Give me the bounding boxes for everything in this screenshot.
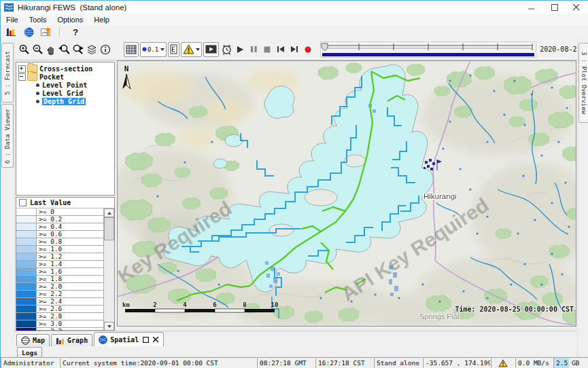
tab-label: Graph [67, 337, 88, 344]
legend-color-swatch [16, 223, 37, 230]
menu-file[interactable]: File [1, 16, 24, 24]
sidebar-tab-data-viewer[interactable]: 6 : Data Viewer [1, 104, 14, 168]
tree-item-label: Pocket [39, 73, 64, 81]
status-warning-cell[interactable] [491, 357, 515, 368]
tree-item-level-point[interactable]: Level Point [35, 81, 114, 89]
tab-close-icon[interactable] [153, 337, 159, 343]
scroll-up-button[interactable] [104, 208, 114, 217]
interval-dropdown-button[interactable]: 0.1 [140, 42, 167, 57]
scale-tick-label: 2 [153, 301, 156, 308]
menu-tools[interactable]: Tools [24, 16, 52, 24]
tab-spatial[interactable]: Spatial [94, 332, 164, 346]
timeline-slider[interactable] [320, 41, 536, 58]
play-icon[interactable] [233, 43, 247, 56]
legend-row-label: >= 0.2 [37, 216, 62, 223]
skip-end-icon[interactable] [288, 43, 301, 56]
triangle-down-icon [107, 325, 111, 328]
timeline-extent-bar [322, 53, 534, 56]
chevron-down-icon [160, 48, 165, 51]
blue-globe-icon [99, 335, 107, 344]
legend-row-label: >= 2.6 [37, 306, 62, 312]
legend-color-swatch [16, 306, 37, 312]
tab-map[interactable]: Map [16, 334, 50, 346]
tree-item-label: Level Grid [42, 90, 83, 97]
minimize-button[interactable] [521, 1, 542, 14]
interval-dot-icon [142, 47, 147, 52]
menu-help[interactable]: Help [88, 16, 115, 24]
skip-start-icon[interactable] [274, 43, 288, 56]
map-canvas[interactable]: Hikurangi Springs Flat API Key Required … [117, 60, 576, 327]
maximize-button[interactable] [544, 1, 566, 14]
profile-e-button[interactable] [168, 42, 179, 57]
legend-row-label: >= 0.8 [37, 238, 62, 245]
bottom-tab-bar: Map Graph Spatial [14, 331, 577, 346]
title-bar: Hikurangi FEWS (Stand alone) [1, 1, 588, 14]
stop-icon[interactable] [260, 43, 274, 56]
forecast-chart-icon[interactable] [39, 26, 54, 38]
legend-color-swatch [16, 298, 37, 305]
record-icon[interactable] [301, 43, 315, 56]
timer-clock-icon[interactable] [220, 43, 233, 56]
triangle-up-icon [107, 212, 111, 215]
legend-row-label: >= 1.4 [37, 261, 62, 268]
collapse-icon[interactable] [18, 73, 26, 81]
tab-maximize-icon[interactable] [143, 337, 149, 343]
globe-icon[interactable] [21, 26, 36, 38]
legend-header: Last Value [16, 198, 114, 208]
timeseries-bars-icon[interactable] [3, 26, 18, 38]
status-memory-gauge: 2.5 GB [553, 357, 588, 368]
sidebar-tab-forecast[interactable]: 5 : Forecast [1, 43, 14, 103]
legend-color-swatch [16, 261, 37, 268]
folder-open-icon [27, 73, 37, 81]
zoom-out-icon[interactable] [31, 43, 44, 56]
tree-item-depth-grid[interactable]: Depth Grid [35, 97, 114, 105]
legend-row-label: >= 0 [37, 208, 54, 215]
menu-options[interactable]: Options [52, 16, 88, 24]
pause-icon[interactable] [247, 43, 260, 56]
last-value-label: Last Value [30, 199, 71, 206]
tree-item-level-grid[interactable]: Level Grid [35, 89, 114, 97]
tree-item-label: Cross-section [39, 65, 92, 73]
legend-color-swatch [16, 291, 37, 297]
legend-body: >= 0>= 0.2>= 0.4>= 0.6>= 0.8>= 1.0>= 1.2… [16, 208, 114, 331]
legend-row-label: >= 1.8 [37, 276, 62, 282]
chevron-down-icon [196, 48, 200, 51]
help-icon[interactable]: ? [68, 26, 83, 38]
profile-e-icon [170, 44, 177, 54]
layer-tree: Cross-section Pocket Level Point Level G… [16, 62, 115, 196]
expand-icon[interactable] [18, 65, 26, 73]
info-icon[interactable] [99, 43, 112, 56]
scroll-down-button[interactable] [104, 322, 114, 331]
movie-button[interactable] [203, 42, 219, 57]
legend-row-label: >= 1.2 [37, 253, 62, 260]
zoom-next-icon[interactable] [71, 43, 85, 56]
warning-dropdown-button[interactable] [181, 42, 202, 57]
legend-row-label: >= 3.0 [37, 320, 62, 327]
legend-row-label: >= 1.6 [37, 268, 62, 275]
tab-graph[interactable]: Graph [51, 334, 92, 346]
tree-item-pocket[interactable]: Pocket [18, 73, 114, 81]
map-view[interactable]: Hikurangi Springs Flat API Key Required … [117, 60, 576, 327]
legend-color-swatch [16, 238, 37, 245]
map-time-label: Time: 2020-08-25 00:00:00 CST [455, 306, 574, 313]
place-label-springs-flat: Springs Flat [419, 312, 460, 320]
zoom-in-icon[interactable] [17, 43, 31, 56]
warning-triangle-icon [498, 359, 508, 367]
zoom-previous-icon[interactable] [58, 43, 71, 56]
legend-scrollbar[interactable] [103, 208, 114, 331]
logs-row: Logs [14, 346, 577, 357]
right-tab-strip: 3 : Plot Overview [577, 39, 588, 357]
movie-icon [205, 45, 217, 54]
scrollbar-thumb[interactable] [104, 217, 114, 240]
grid-button[interactable] [124, 42, 139, 57]
close-button[interactable] [566, 1, 587, 14]
last-value-checkbox[interactable] [19, 199, 27, 206]
sidebar-tab-plot-overview[interactable]: 3 : Plot Overview [578, 43, 588, 123]
logs-button[interactable]: Logs [17, 347, 42, 358]
pan-hand-icon[interactable] [44, 43, 58, 56]
layers-icon[interactable] [85, 43, 99, 56]
legend-color-swatch [16, 313, 37, 320]
status-system-time: Current system time:2020-09-01 00:00 CST [60, 357, 257, 368]
status-bar: Administrator Current system time:2020-0… [1, 357, 588, 368]
legend-row-label: >= 2.8 [37, 313, 62, 320]
